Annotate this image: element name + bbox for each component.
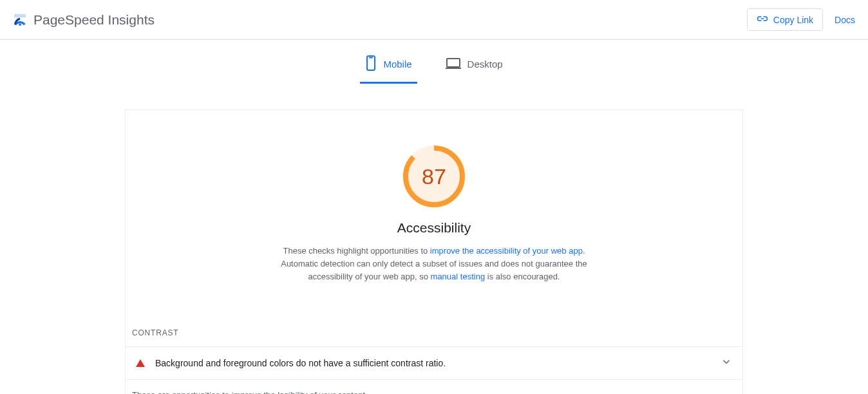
- audit-left: Background and foreground colors do not …: [136, 358, 446, 368]
- tab-desktop[interactable]: Desktop: [440, 52, 508, 84]
- contrast-note: These are opportunities to improve the l…: [126, 380, 742, 394]
- desktop-icon: [446, 57, 461, 71]
- gauge-description: These checks highlight opportunities to …: [279, 245, 589, 283]
- warning-triangle-icon: [136, 359, 145, 367]
- contrast-heading: CONTRAST: [126, 283, 742, 346]
- gauge-title: Accessibility: [126, 220, 742, 236]
- app-title: PageSpeed Insights: [33, 12, 155, 28]
- desc-text-3: is also encouraged.: [485, 272, 560, 281]
- tab-mobile-label: Mobile: [383, 59, 411, 70]
- svg-rect-4: [447, 59, 460, 67]
- manual-testing-link[interactable]: manual testing: [431, 272, 486, 281]
- link-icon: [757, 14, 768, 25]
- score-value: 87: [403, 145, 465, 207]
- header-left: PageSpeed Insights: [13, 12, 155, 28]
- svg-point-1: [19, 23, 21, 26]
- header-right: Copy Link Docs: [747, 8, 855, 31]
- copy-link-label: Copy Link: [773, 15, 813, 25]
- contrast-audit-row[interactable]: Background and foreground colors do not …: [126, 346, 742, 380]
- pagespeed-logo-icon: [13, 13, 27, 27]
- device-tabs: Mobile Desktop: [0, 40, 868, 84]
- mobile-icon: [365, 55, 377, 73]
- copy-link-button[interactable]: Copy Link: [747, 8, 823, 31]
- desc-text-1: These checks highlight opportunities to: [283, 246, 430, 256]
- app-header: PageSpeed Insights Copy Link Docs: [0, 0, 868, 40]
- score-gauge: 87: [403, 145, 465, 207]
- improve-accessibility-link[interactable]: improve the accessibility of your web ap…: [430, 246, 583, 256]
- accessibility-gauge-section: 87 Accessibility These checks highlight …: [126, 110, 742, 283]
- tab-desktop-label: Desktop: [467, 59, 503, 70]
- docs-link[interactable]: Docs: [835, 15, 855, 25]
- svg-rect-0: [14, 14, 26, 17]
- chevron-down-icon: [721, 356, 732, 370]
- report-content: 87 Accessibility These checks highlight …: [125, 109, 743, 394]
- audit-text: Background and foreground colors do not …: [155, 358, 446, 368]
- tab-mobile[interactable]: Mobile: [360, 52, 417, 84]
